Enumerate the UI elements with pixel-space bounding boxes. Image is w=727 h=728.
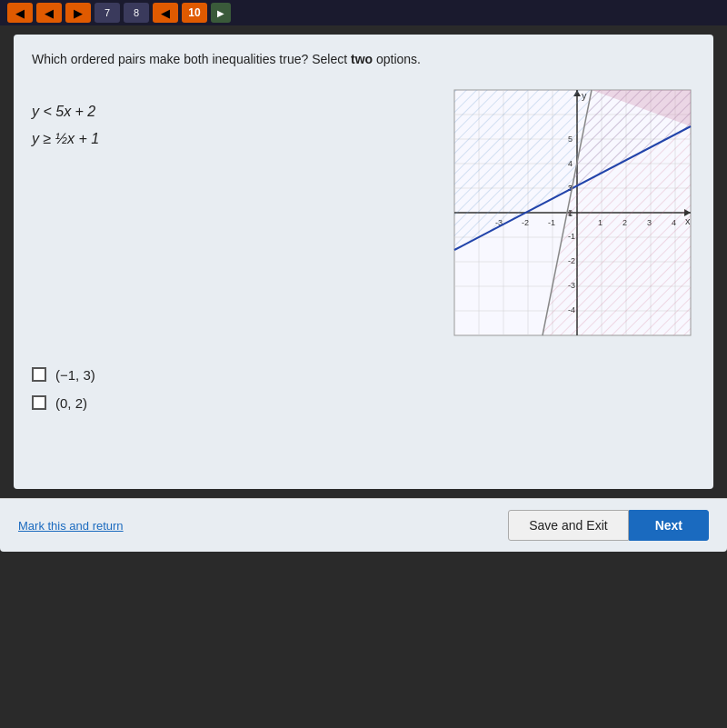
next-arrow[interactable]: ▶ bbox=[211, 3, 231, 23]
option-label-1: (−1, 3) bbox=[55, 367, 95, 383]
graph-area: x y 1 2 3 4 -1 -2 -3 3 4 5 -1 bbox=[450, 85, 695, 340]
nav-btn-1[interactable]: ◀ bbox=[7, 3, 33, 23]
nav-btn-2[interactable]: ◀ bbox=[36, 3, 62, 23]
footer-buttons: Save and Exit Next bbox=[508, 510, 709, 541]
svg-text:-1: -1 bbox=[548, 218, 555, 227]
question-bold: two bbox=[351, 52, 373, 66]
checkbox-1[interactable] bbox=[32, 367, 46, 382]
current-question-number: 10 bbox=[182, 3, 207, 23]
question-card: Which ordered pairs make both inequaliti… bbox=[14, 35, 713, 489]
left-panel: y < 5x + 2 y ≥ ½x + 1 bbox=[32, 85, 432, 158]
footer: Mark this and return Save and Exit Next bbox=[0, 498, 727, 552]
content-area: y < 5x + 2 y ≥ ½x + 1 bbox=[32, 85, 695, 340]
checkbox-2[interactable] bbox=[32, 395, 46, 410]
options-area: (−1, 3) (0, 2) bbox=[32, 367, 695, 438]
top-bar: ◀ ◀ ▶ 7 8 ◀ 10 ▶ bbox=[0, 0, 727, 25]
option-label-2: (0, 2) bbox=[55, 395, 87, 411]
option-item-1: (−1, 3) bbox=[32, 367, 695, 383]
inequality-1: y < 5x + 2 bbox=[32, 104, 432, 120]
nav-btn-4[interactable]: 7 bbox=[95, 3, 120, 23]
save-exit-button[interactable]: Save and Exit bbox=[508, 510, 628, 541]
question-text-before: Which ordered pairs make both inequaliti… bbox=[32, 52, 351, 66]
nav-btn-5[interactable]: 8 bbox=[124, 3, 149, 23]
question-text: Which ordered pairs make both inequaliti… bbox=[32, 51, 695, 69]
nav-btn-3[interactable]: ▶ bbox=[65, 3, 91, 23]
mark-return-link[interactable]: Mark this and return bbox=[18, 519, 124, 533]
next-button[interactable]: Next bbox=[629, 510, 709, 541]
inequality-2: y ≥ ½x + 1 bbox=[32, 131, 432, 147]
nav-btn-back[interactable]: ◀ bbox=[153, 3, 178, 23]
question-text-after: options. bbox=[373, 52, 421, 66]
graph-svg: x y 1 2 3 4 -1 -2 -3 3 4 5 -1 bbox=[450, 85, 695, 340]
svg-text:-2: -2 bbox=[522, 218, 529, 227]
option-item-2: (0, 2) bbox=[32, 395, 695, 411]
